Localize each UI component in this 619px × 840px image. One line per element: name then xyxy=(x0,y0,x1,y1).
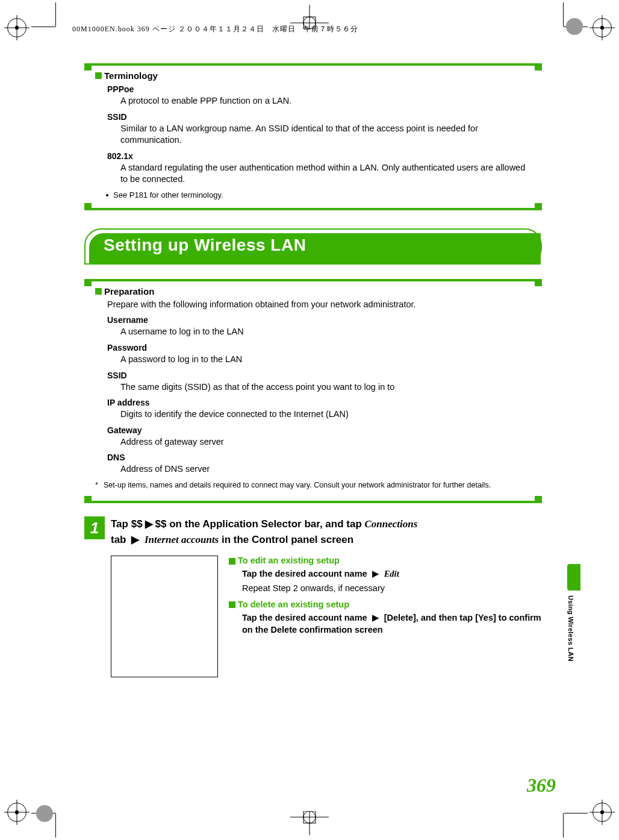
crop-mark xyxy=(563,813,564,838)
crop-mark xyxy=(31,27,55,27)
term-name: PPPoe xyxy=(107,84,531,94)
registration-mark-icon xyxy=(593,18,612,37)
header-line: 00M1000EN.book 369 ページ ２００４年１１月２４日 水曜日 午… xyxy=(72,24,358,34)
preparation-footnote: *Set-up items, names and details require… xyxy=(95,480,531,490)
triangle-right-icon: ▶ xyxy=(372,612,379,624)
prep-desc: Address of DNS server xyxy=(120,463,531,475)
term-desc: A standard regulating the user authentic… xyxy=(120,162,531,186)
triangle-right-icon: ▶ xyxy=(145,516,153,532)
triangle-right-icon: ▶ xyxy=(131,532,139,548)
crop-mark xyxy=(55,2,56,27)
banner-text: Setting up Wireless LAN xyxy=(104,236,306,255)
prep-desc: A password to log in to the LAN xyxy=(120,354,531,366)
prep-name: Username xyxy=(107,315,531,325)
registration-mark-icon xyxy=(7,18,26,37)
terminology-note: See P181 for other terminology. xyxy=(106,190,531,199)
crop-mark xyxy=(563,2,564,27)
delete-setup-heading: To delete an existing setup xyxy=(229,600,542,609)
preparation-box: Preparation Prepare with the following i… xyxy=(84,279,542,503)
edit-setup-line2: Repeat Step 2 onwards, if necessary xyxy=(242,582,542,594)
page-number: 369 xyxy=(527,774,556,797)
square-marker-icon xyxy=(95,72,102,79)
square-marker-icon xyxy=(95,288,102,295)
step-1: 1 Tap $$▶$$ on the Application Selector … xyxy=(84,516,542,547)
preparation-heading: Preparation xyxy=(95,286,531,296)
crop-mark xyxy=(55,813,56,838)
prep-name: SSID xyxy=(107,371,531,380)
bullet-icon xyxy=(106,194,108,196)
edit-setup-heading: To edit an existing setup xyxy=(229,556,542,565)
step-number-icon: 1 xyxy=(84,516,105,539)
prep-desc: The same digits (SSID) as that of the ac… xyxy=(120,381,531,393)
terminology-box: Terminology PPPoe A protocol to enable P… xyxy=(84,63,542,210)
prep-name: Gateway xyxy=(107,425,531,435)
gray-dot-icon xyxy=(566,18,583,35)
section-banner: Setting up Wireless LAN xyxy=(84,228,542,265)
side-tab-label: Using Wireless LAN xyxy=(567,595,574,662)
step-1-text: Tap $$▶$$ on the Application Selector ba… xyxy=(111,516,417,547)
prep-name: DNS xyxy=(107,453,531,462)
term-name: SSID xyxy=(107,112,531,122)
triangle-right-icon: ▶ xyxy=(372,568,379,580)
prep-desc: A username to log in to the LAN xyxy=(120,326,531,338)
side-tab: Using Wireless LAN xyxy=(567,564,580,666)
terminology-heading: Terminology xyxy=(95,71,531,81)
prep-desc: Address of gateway server xyxy=(120,436,531,448)
term-desc: Similar to a LAN workgroup name. An SSID… xyxy=(120,123,531,146)
term-name: 802.1x xyxy=(107,151,531,161)
registration-mark-icon xyxy=(7,803,26,822)
center-mark-bottom-icon xyxy=(290,811,329,835)
term-desc: A protocol to enable PPP function on a L… xyxy=(120,95,531,107)
gray-dot-icon xyxy=(36,805,53,822)
crop-mark xyxy=(564,813,588,813)
side-tab-block xyxy=(567,564,580,591)
preparation-intro: Prepare with the following information o… xyxy=(107,299,531,311)
prep-name: Password xyxy=(107,343,531,353)
prep-desc: Digits to identify the device connected … xyxy=(120,409,531,421)
square-marker-icon xyxy=(229,601,235,608)
screenshot-placeholder xyxy=(111,556,218,677)
delete-setup-line: Tap the desired account name ▶ [Delete],… xyxy=(242,612,542,636)
square-marker-icon xyxy=(229,558,235,565)
prep-name: IP address xyxy=(107,398,531,407)
registration-mark-icon xyxy=(593,803,612,822)
edit-setup-line1: Tap the desired account name ▶ Edit xyxy=(242,568,542,580)
